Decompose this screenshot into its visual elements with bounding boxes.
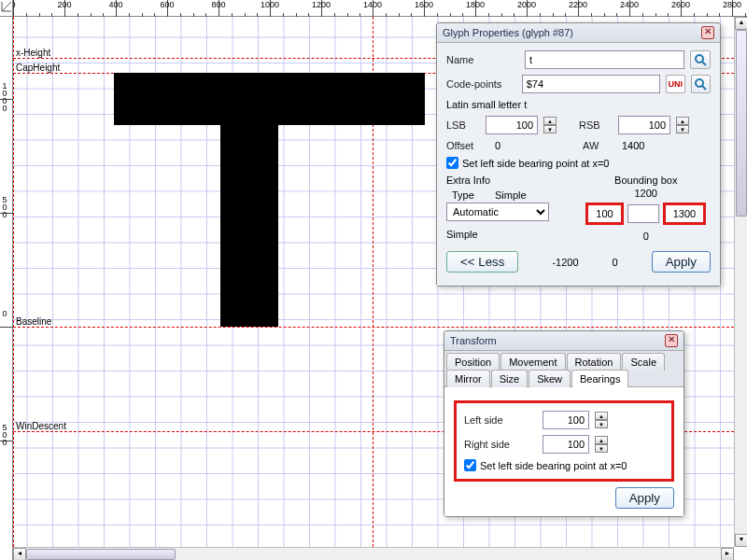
less-button[interactable]: << Less xyxy=(446,251,518,273)
rsb-input[interactable] xyxy=(618,116,670,134)
extra-info-label: Extra Info xyxy=(446,175,576,186)
scroll-up-button[interactable]: ▲ xyxy=(735,17,747,30)
close-button[interactable] xyxy=(665,334,678,347)
ruler-origin xyxy=(0,0,13,17)
scroll-left-button[interactable]: ◄ xyxy=(13,548,26,560)
metric-1: -1200 xyxy=(552,257,578,268)
set-lsb-origin-checkbox[interactable] xyxy=(446,157,458,169)
scroll-thumb-v[interactable] xyxy=(736,30,747,217)
tab-movement[interactable]: Movement xyxy=(500,353,565,371)
transform-titlebar[interactable]: Transform xyxy=(444,331,684,351)
ruler-horizontal: 0200400600800100012001400160018002000220… xyxy=(13,0,747,17)
label-baseline: Baseline xyxy=(15,316,52,327)
tab-size[interactable]: Size xyxy=(491,370,528,387)
tab-scale[interactable]: Scale xyxy=(622,353,665,371)
bbox-bottom-value: 0 xyxy=(582,231,712,242)
scrollbar-vertical[interactable]: ▲ ▼ xyxy=(734,17,747,547)
tab-mirror[interactable]: Mirror xyxy=(446,370,490,387)
left-side-input[interactable] xyxy=(543,411,589,429)
glyph-contour-stem[interactable] xyxy=(220,73,278,327)
bbox-center-input[interactable] xyxy=(627,204,659,223)
codepoints-label: Code-points xyxy=(446,78,516,90)
rsb-label: RSB xyxy=(579,119,613,131)
svg-line-1 xyxy=(702,62,706,65)
scroll-down-button[interactable]: ▼ xyxy=(735,534,747,547)
metric-2: 0 xyxy=(613,257,618,268)
unicode-button[interactable]: UNI xyxy=(666,75,685,93)
scroll-thumb-h[interactable] xyxy=(26,549,176,560)
simple-label: Simple xyxy=(446,229,576,240)
right-side-input[interactable] xyxy=(543,435,589,454)
left-side-spinner[interactable]: ▲▼ xyxy=(595,412,608,428)
tab-skew[interactable]: Skew xyxy=(529,370,571,387)
type-label: Type xyxy=(452,189,489,201)
lsb-input[interactable] xyxy=(486,116,538,134)
right-side-label: Right side xyxy=(464,439,537,450)
left-side-label: Left side xyxy=(464,414,537,426)
glyph-properties-title: Glyph Properties (glyph #87) xyxy=(443,27,573,38)
aw-value: 1400 xyxy=(622,140,644,151)
label-win-descent: WinDescent xyxy=(15,421,67,431)
tab-rotation[interactable]: Rotation xyxy=(567,353,622,371)
bbox-top-value: 1200 xyxy=(582,188,712,199)
close-button[interactable] xyxy=(701,26,714,39)
name-label: Name xyxy=(446,54,519,65)
codepoints-input[interactable] xyxy=(522,75,660,93)
glyph-apply-button[interactable]: Apply xyxy=(652,251,711,273)
bounding-box-label: Bounding box xyxy=(582,175,712,186)
label-x-height: x-Height xyxy=(15,48,51,58)
bbox-left-value: 100 xyxy=(585,203,623,225)
tab-bearings[interactable]: Bearings xyxy=(571,370,628,387)
aw-label: AW xyxy=(583,140,616,151)
transform-title: Transform xyxy=(450,335,497,346)
bbox-right-value: 1300 xyxy=(663,203,706,225)
name-lookup-button[interactable] xyxy=(690,50,711,69)
ruler-vertical: 1 0 0 05 0 005 0 0 xyxy=(0,17,13,560)
lsb-spinner[interactable]: ▲▼ xyxy=(543,117,557,133)
svg-point-2 xyxy=(696,79,703,87)
name-input[interactable] xyxy=(525,50,684,69)
offset-value: 0 xyxy=(495,140,547,151)
guide-origin[interactable] xyxy=(13,17,14,547)
glyph-type-select[interactable]: Automatic xyxy=(446,203,549,221)
set-lsb-origin-label: Set left side bearing point at x=0 xyxy=(462,158,609,169)
glyph-description: Latin small letter t xyxy=(446,99,527,110)
scrollbar-horizontal[interactable]: ◄ ► xyxy=(13,547,734,560)
transform-apply-button[interactable]: Apply xyxy=(615,487,674,509)
codepoints-lookup-button[interactable] xyxy=(691,75,711,93)
transform-lsb-origin-checkbox[interactable] xyxy=(464,459,476,471)
transform-lsb-origin-label: Set left side bearing point at x=0 xyxy=(480,460,627,471)
offset-label: Offset xyxy=(446,140,489,151)
lsb-label: LSB xyxy=(446,119,480,131)
bearings-section-highlight: Left side ▲▼ Right side ▲▼ Set left side… xyxy=(454,400,674,482)
label-cap-height: CapHeight xyxy=(15,63,61,73)
guide-baseline[interactable] xyxy=(13,327,734,328)
right-side-spinner[interactable]: ▲▼ xyxy=(595,436,608,453)
svg-point-0 xyxy=(696,55,703,63)
scroll-right-button[interactable]: ► xyxy=(721,548,734,560)
type-value: Simple xyxy=(495,189,527,201)
glyph-properties-titlebar[interactable]: Glyph Properties (glyph #87) xyxy=(437,23,720,43)
rsb-spinner[interactable]: ▲▼ xyxy=(676,117,689,133)
svg-line-3 xyxy=(702,86,706,90)
transform-tabs: PositionMovementRotationScaleMirrorSizeS… xyxy=(444,351,684,387)
tab-position[interactable]: Position xyxy=(446,353,500,371)
glyph-properties-panel[interactable]: Glyph Properties (glyph #87) Name Code-p… xyxy=(436,22,721,287)
transform-panel[interactable]: Transform PositionMovementRotationScaleM… xyxy=(444,330,684,517)
